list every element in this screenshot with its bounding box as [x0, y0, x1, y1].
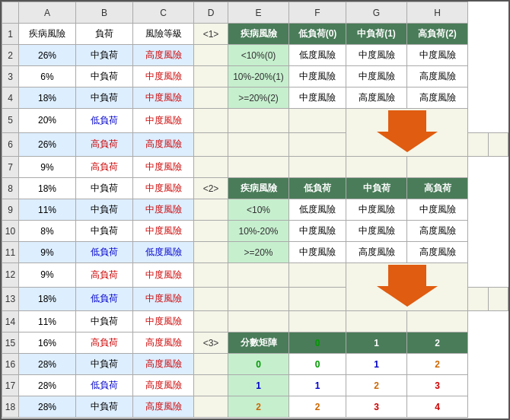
cell-f-15[interactable]: 0: [289, 332, 346, 354]
cell-f-1[interactable]: 低負荷(0): [289, 24, 346, 45]
cell-b-6[interactable]: 高負荷: [76, 132, 133, 157]
cell-a-13[interactable]: 18%: [19, 287, 76, 311]
cell-f-7[interactable]: [289, 157, 346, 178]
cell-h-15[interactable]: 2: [407, 332, 468, 354]
cell-h-3[interactable]: 高度風險: [407, 66, 468, 88]
cell-e-16[interactable]: 0: [228, 354, 289, 375]
cell-e-7[interactable]: [228, 157, 289, 178]
cell-c-12[interactable]: 中度風險: [133, 263, 194, 288]
cell-e-8[interactable]: 疾病風險: [228, 178, 289, 199]
cell-a-10[interactable]: 8%: [19, 221, 76, 242]
cell-c-15[interactable]: 高度風險: [133, 332, 194, 354]
cell-b-13[interactable]: 低負荷: [76, 287, 133, 311]
cell-h-1[interactable]: 高負荷(2): [407, 24, 468, 45]
cell-b-1[interactable]: 負荷: [76, 24, 133, 45]
cell-a-11[interactable]: 9%: [19, 242, 76, 263]
cell-e-5[interactable]: [228, 109, 289, 133]
cell-c-10[interactable]: 中度風險: [133, 221, 194, 242]
col-f-header[interactable]: F: [289, 2, 346, 24]
cell-e-2[interactable]: <10%(0): [228, 45, 289, 66]
cell-f-11[interactable]: 中度風險: [289, 242, 346, 263]
cell-c-8[interactable]: 中度風險: [133, 178, 194, 199]
cell-b-2[interactable]: 中負荷: [76, 45, 133, 66]
cell-h-7[interactable]: [407, 157, 468, 178]
cell-c-11[interactable]: 低度風險: [133, 242, 194, 263]
cell-a-5[interactable]: 20%: [19, 109, 76, 133]
cell-b-12[interactable]: 高負荷: [76, 263, 133, 288]
cell-h-18[interactable]: 4: [407, 396, 468, 418]
col-b-header[interactable]: B: [76, 2, 133, 24]
cell-b-16[interactable]: 中負荷: [76, 354, 133, 375]
cell-f-5[interactable]: [289, 109, 346, 133]
cell-e-17[interactable]: 1: [228, 375, 289, 396]
cell-h-16[interactable]: 2: [407, 354, 468, 375]
cell-e-14[interactable]: [228, 311, 289, 332]
cell-b-14[interactable]: 中負荷: [76, 311, 133, 332]
cell-h-14[interactable]: [407, 311, 468, 332]
cell-c-7[interactable]: 中度風險: [133, 157, 194, 178]
cell-h-11[interactable]: 高度風險: [407, 242, 468, 263]
cell-c-1[interactable]: 風險等級: [133, 24, 194, 45]
cell-a-18[interactable]: 28%: [19, 396, 76, 418]
cell-c-14[interactable]: 中度風險: [133, 311, 194, 332]
col-a-header[interactable]: A: [19, 2, 76, 24]
cell-f-2[interactable]: 低度風險: [289, 45, 346, 66]
cell-b-8[interactable]: 中負荷: [76, 178, 133, 199]
cell-c-16[interactable]: 高度風險: [133, 354, 194, 375]
cell-a-9[interactable]: 11%: [19, 199, 76, 221]
cell-a-12[interactable]: 9%: [19, 263, 76, 288]
cell-f-9[interactable]: 低度風險: [289, 199, 346, 221]
cell-b-10[interactable]: 中負荷: [76, 221, 133, 242]
cell-b-9[interactable]: 中負荷: [76, 199, 133, 221]
cell-b-3[interactable]: 中負荷: [76, 66, 133, 88]
cell-a-8[interactable]: 18%: [19, 178, 76, 199]
cell-f-13[interactable]: [289, 287, 346, 311]
cell-b-5[interactable]: 低負荷: [76, 109, 133, 133]
cell-f-16[interactable]: 0: [289, 354, 346, 375]
cell-f-18[interactable]: 2: [289, 396, 346, 418]
cell-a-7[interactable]: 9%: [19, 157, 76, 178]
cell-e-10[interactable]: 10%-20%: [228, 221, 289, 242]
cell-c-5[interactable]: 中度風險: [133, 109, 194, 133]
col-c-header[interactable]: C: [133, 2, 194, 24]
cell-b-7[interactable]: 高負荷: [76, 157, 133, 178]
cell-e-11[interactable]: >=20%: [228, 242, 289, 263]
cell-a-15[interactable]: 16%: [19, 332, 76, 354]
cell-c-9[interactable]: 中度風險: [133, 199, 194, 221]
cell-e-3[interactable]: 10%-20%(1): [228, 66, 289, 88]
cell-b-11[interactable]: 低負荷: [76, 242, 133, 263]
cell-e-12[interactable]: [228, 263, 289, 288]
col-e-header[interactable]: E: [228, 2, 289, 24]
col-d-header[interactable]: D: [194, 2, 228, 24]
cell-a-6[interactable]: 26%: [19, 132, 76, 157]
cell-h-2[interactable]: 中度風險: [407, 45, 468, 66]
cell-b-15[interactable]: 高負荷: [76, 332, 133, 354]
cell-f-3[interactable]: 中度風險: [289, 66, 346, 88]
cell-c-6[interactable]: 高度風險: [133, 132, 194, 157]
cell-f-8[interactable]: 低負荷: [289, 178, 346, 199]
cell-e-4[interactable]: >=20%(2): [228, 88, 289, 109]
cell-c-4[interactable]: 中度風險: [133, 88, 194, 109]
col-h-header[interactable]: H: [407, 2, 468, 24]
cell-e-18[interactable]: 2: [228, 396, 289, 418]
cell-e-9[interactable]: <10%: [228, 199, 289, 221]
cell-a-2[interactable]: 26%: [19, 45, 76, 66]
cell-c-17[interactable]: 高度風險: [133, 375, 194, 396]
cell-h-9[interactable]: 中度風險: [407, 199, 468, 221]
cell-c-2[interactable]: 高度風險: [133, 45, 194, 66]
cell-a-16[interactable]: 28%: [19, 354, 76, 375]
cell-e-13[interactable]: [228, 287, 289, 311]
cell-h-13[interactable]: [488, 287, 508, 311]
cell-e-1[interactable]: 疾病風險: [228, 24, 289, 45]
cell-a-1[interactable]: 疾病風險: [19, 24, 76, 45]
cell-a-17[interactable]: 28%: [19, 375, 76, 396]
cell-c-13[interactable]: 中度風險: [133, 287, 194, 311]
cell-b-17[interactable]: 低負荷: [76, 375, 133, 396]
cell-f-17[interactable]: 1: [289, 375, 346, 396]
cell-f-10[interactable]: 中度風險: [289, 221, 346, 242]
cell-f-4[interactable]: 中度風險: [289, 88, 346, 109]
cell-b-18[interactable]: 中負荷: [76, 396, 133, 418]
cell-a-14[interactable]: 11%: [19, 311, 76, 332]
col-g-header[interactable]: G: [346, 2, 407, 24]
cell-f-6[interactable]: [289, 132, 346, 157]
